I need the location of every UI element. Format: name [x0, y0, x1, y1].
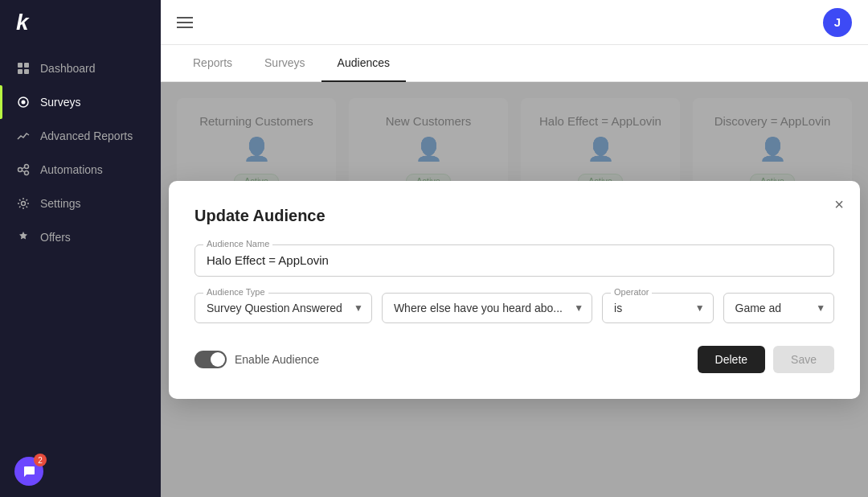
enable-audience-label: Enable Audience: [235, 353, 319, 366]
svg-rect-1: [24, 63, 29, 68]
sidebar-item-settings[interactable]: Settings: [0, 187, 161, 220]
selects-row: Audience Type Survey Question Answered ▼…: [194, 293, 834, 323]
sidebar-item-surveys[interactable]: Surveys: [0, 85, 161, 119]
svg-point-11: [22, 202, 26, 206]
sidebar-item-label-advanced-reports: Advanced Reports: [40, 129, 133, 142]
svg-line-9: [22, 167, 25, 169]
tab-audiences[interactable]: Audiences: [321, 45, 406, 82]
sidebar: k Dashboard Surveys Advanced Reports: [0, 0, 161, 497]
sidebar-item-label-surveys: Surveys: [40, 96, 81, 109]
answer-arrow-icon: ▼: [816, 302, 825, 314]
svg-line-10: [22, 170, 25, 172]
svg-point-5: [22, 101, 26, 105]
hamburger-line: [177, 17, 193, 18]
tab-reports[interactable]: Reports: [177, 45, 248, 82]
user-avatar[interactable]: J: [823, 8, 852, 37]
update-audience-modal: Update Audience × Audience Name Audience…: [169, 181, 860, 399]
advanced-reports-icon: [16, 129, 31, 143]
logo-icon: k: [16, 10, 29, 35]
modal-close-button[interactable]: ×: [834, 195, 844, 214]
sidebar-item-label-dashboard: Dashboard: [40, 62, 96, 75]
sidebar-item-label-settings: Settings: [40, 197, 81, 210]
svg-point-7: [25, 165, 29, 169]
hamburger-line: [177, 27, 193, 28]
modal-title: Update Audience: [194, 207, 834, 225]
svg-rect-2: [18, 69, 23, 74]
operator-label: Operator: [611, 287, 652, 297]
chat-button[interactable]: 2: [14, 457, 43, 486]
chat-badge: 2: [34, 454, 47, 466]
sidebar-nav: Dashboard Surveys Advanced Reports Autom…: [0, 45, 161, 449]
main-content: J Reports Surveys Audiences Returning Cu…: [161, 0, 868, 497]
audience-type-value: Survey Question Answered: [207, 302, 342, 314]
operator-value: is: [614, 302, 684, 314]
answer-value: Game ad: [735, 302, 805, 314]
delete-button[interactable]: Delete: [698, 346, 765, 373]
toggle-knob: [211, 352, 225, 367]
svg-rect-3: [24, 69, 29, 74]
svg-point-6: [18, 168, 23, 172]
sidebar-item-label-offers: Offers: [40, 231, 71, 244]
footer-buttons: Delete Save: [698, 346, 834, 373]
hamburger-line: [177, 22, 193, 23]
operator-select[interactable]: Operator is ▼: [602, 293, 714, 323]
automations-icon: [16, 162, 31, 177]
operator-arrow-icon: ▼: [695, 302, 705, 314]
sidebar-item-offers[interactable]: Offers: [0, 220, 161, 254]
modal-overlay: Update Audience × Audience Name Audience…: [161, 82, 868, 497]
audience-name-field: Audience Name: [194, 244, 834, 277]
sidebar-item-automations[interactable]: Automations: [0, 153, 161, 187]
cards-area: Returning Customers 👤 Active 0 Surveys C…: [161, 82, 868, 497]
audience-type-arrow-icon: ▼: [354, 302, 363, 314]
survey-question-value: Where else have you heard abo...: [394, 302, 563, 314]
audience-name-input[interactable]: [207, 253, 822, 267]
dashboard-icon: [16, 61, 31, 76]
audience-name-label: Audience Name: [203, 239, 272, 249]
settings-icon: [16, 196, 31, 211]
enable-audience-toggle[interactable]: [194, 351, 227, 368]
svg-rect-0: [18, 63, 23, 68]
surveys-icon: [16, 95, 31, 109]
sidebar-logo: k: [0, 0, 161, 45]
enable-audience-toggle-row: Enable Audience: [194, 351, 319, 368]
tab-navigation: Reports Surveys Audiences: [161, 45, 868, 82]
hamburger-menu[interactable]: [177, 17, 193, 28]
sidebar-item-advanced-reports[interactable]: Advanced Reports: [0, 119, 161, 153]
offers-icon: [16, 230, 31, 244]
sidebar-item-label-automations: Automations: [40, 163, 103, 176]
svg-point-8: [25, 171, 29, 175]
modal-footer: Enable Audience Delete Save: [194, 346, 834, 373]
audience-type-label: Audience Type: [203, 287, 268, 297]
tab-surveys[interactable]: Surveys: [248, 45, 321, 82]
survey-question-arrow-icon: ▼: [574, 302, 583, 314]
answer-select[interactable]: Game ad ▼: [723, 293, 835, 323]
sidebar-item-dashboard[interactable]: Dashboard: [0, 51, 161, 85]
audience-type-select[interactable]: Audience Type Survey Question Answered ▼: [194, 293, 372, 323]
top-bar: J: [161, 0, 868, 45]
save-button[interactable]: Save: [773, 346, 834, 373]
survey-question-select[interactable]: Where else have you heard abo... ▼: [382, 293, 592, 323]
